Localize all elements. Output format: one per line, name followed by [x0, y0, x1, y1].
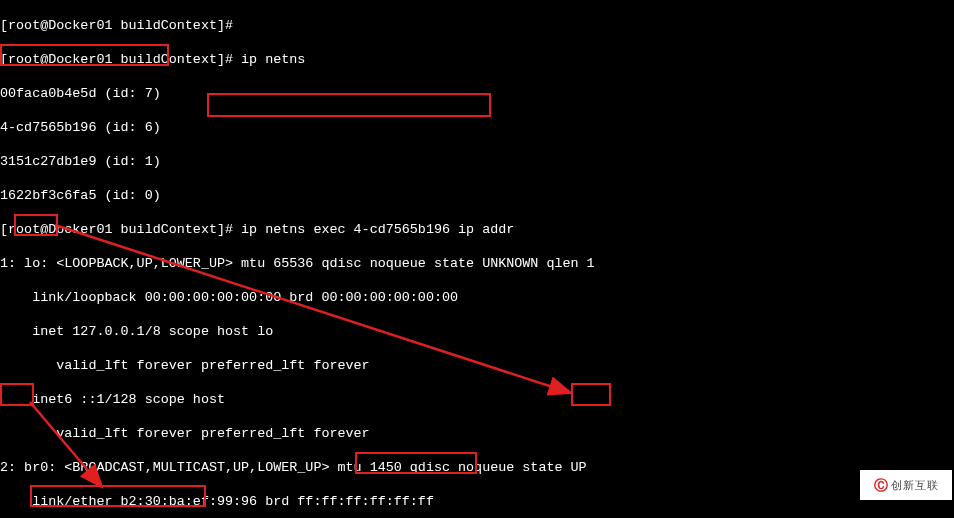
- line: inet 127.0.0.1/8 scope host lo: [0, 323, 954, 340]
- prompt: [root@Docker01 buildContext]#: [0, 222, 241, 237]
- line: 1: lo: <LOOPBACK,UP,LOWER_UP> mtu 65536 …: [0, 255, 954, 272]
- line: link/loopback 00:00:00:00:00:00 brd 00:0…: [0, 289, 954, 306]
- line: 1622bf3c6fa5 (id: 0): [0, 187, 954, 204]
- watermark-accent-icon: Ⓒ: [874, 477, 889, 494]
- line: link/ether b2:30:ba:ef:99:96 brd ff:ff:f…: [0, 493, 954, 510]
- line: [root@Docker01 buildContext]# ip netns e…: [0, 221, 954, 238]
- terminal-output[interactable]: [root@Docker01 buildContext]# [root@Dock…: [0, 0, 954, 518]
- watermark-logo: Ⓒ 创新互联: [860, 470, 952, 500]
- line: 00faca0b4e5d (id: 7): [0, 85, 954, 102]
- line: inet6 ::1/128 scope host: [0, 391, 954, 408]
- cmd-ip-netns-exec: ip netns exec 4-cd7565b196 ip addr: [241, 222, 514, 237]
- line: 3151c27db1e9 (id: 1): [0, 153, 954, 170]
- prompt: [root@Docker01 buildContext]#: [0, 52, 241, 67]
- line: 2: br0: <BROADCAST,MULTICAST,UP,LOWER_UP…: [0, 459, 954, 476]
- cmd-ip-netns: ip netns: [241, 52, 305, 67]
- line: [root@Docker01 buildContext]# ip netns: [0, 51, 954, 68]
- line: valid_lft forever preferred_lft forever: [0, 357, 954, 374]
- line: 4-cd7565b196 (id: 6): [0, 119, 954, 136]
- line: valid_lft forever preferred_lft forever: [0, 425, 954, 442]
- line: [root@Docker01 buildContext]#: [0, 17, 954, 34]
- watermark-text: 创新互联: [891, 477, 939, 494]
